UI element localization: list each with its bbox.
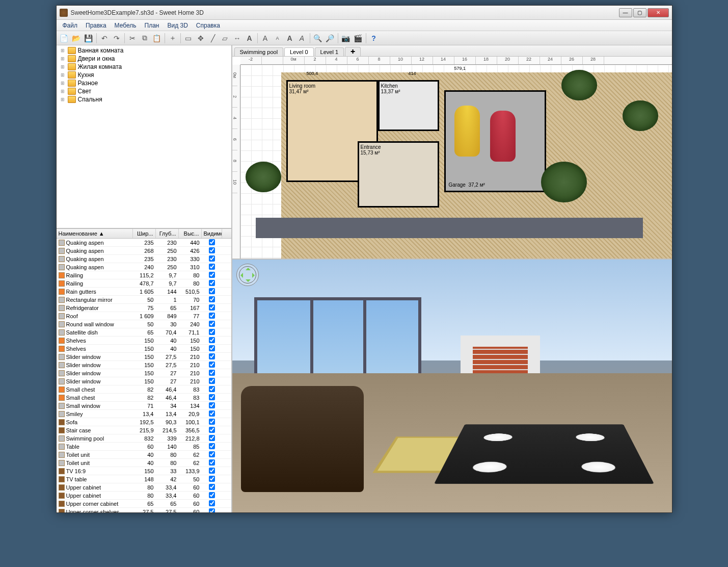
open-file-icon[interactable]: 📂 bbox=[71, 33, 82, 44]
furniture-row[interactable]: Table6014085 bbox=[57, 443, 231, 451]
expander-icon[interactable]: ⊞ bbox=[60, 64, 66, 69]
furniture-visible[interactable] bbox=[202, 272, 222, 279]
nav-3d-widget[interactable] bbox=[236, 264, 259, 286]
visible-checkbox[interactable] bbox=[209, 337, 215, 343]
furniture-row[interactable]: Quaking aspen240250310 bbox=[57, 263, 231, 271]
cut-icon[interactable]: ✂ bbox=[127, 33, 138, 44]
photo-icon[interactable]: 📷 bbox=[340, 33, 352, 44]
select-tool-icon[interactable]: ▭ bbox=[183, 33, 194, 44]
italic-icon[interactable]: A bbox=[296, 33, 308, 44]
video-icon[interactable]: 🎬 bbox=[353, 33, 364, 44]
visible-checkbox[interactable] bbox=[209, 402, 215, 408]
furniture-row[interactable]: Shelves15040150 bbox=[57, 337, 231, 345]
furniture-visible[interactable] bbox=[202, 313, 222, 320]
visible-checkbox[interactable] bbox=[209, 500, 215, 506]
furniture-row[interactable]: Rain gutters1 605144510,5 bbox=[57, 288, 231, 296]
col-header-width[interactable]: Шир... bbox=[133, 229, 156, 238]
furniture-visible[interactable] bbox=[202, 394, 222, 401]
zoom-out-icon[interactable]: 🔍 bbox=[312, 33, 323, 44]
col-header-name[interactable]: Наименование ▲ bbox=[57, 229, 133, 238]
visible-checkbox[interactable] bbox=[209, 239, 215, 245]
furniture-visible[interactable] bbox=[202, 304, 222, 312]
furniture-row[interactable]: Smiley13,413,420,9 bbox=[57, 410, 231, 418]
furniture-row[interactable]: Shelves15040150 bbox=[57, 345, 231, 353]
furniture-visible[interactable] bbox=[202, 476, 222, 483]
visible-checkbox[interactable] bbox=[209, 476, 215, 482]
titlebar[interactable]: SweetHome3DExample7.sh3d - Sweet Home 3D… bbox=[57, 6, 672, 20]
furniture-visible[interactable] bbox=[202, 402, 222, 409]
furniture-row[interactable]: Toilet unit408062 bbox=[57, 451, 231, 459]
furniture-row[interactable]: Upper corner shelves27,527,560 bbox=[57, 508, 231, 512]
visible-checkbox[interactable] bbox=[209, 427, 215, 433]
paste-icon[interactable]: 📋 bbox=[151, 33, 163, 44]
expander-icon[interactable]: ⊞ bbox=[60, 97, 66, 102]
bush-icon[interactable] bbox=[246, 162, 281, 192]
furniture-row[interactable]: Rectangular mirror50170 bbox=[57, 296, 231, 304]
furniture-row[interactable]: Stair case215,9214,5356,5 bbox=[57, 426, 231, 434]
menu-edit[interactable]: Правка bbox=[82, 21, 111, 30]
furniture-visible[interactable] bbox=[202, 419, 222, 426]
plan-grid[interactable]: Living room 31,47 м² Kitchen 13,37 м² En… bbox=[240, 65, 672, 259]
visible-checkbox[interactable] bbox=[209, 378, 215, 384]
furniture-row[interactable]: Roof1 60984977 bbox=[57, 312, 231, 320]
furniture-visible[interactable] bbox=[202, 443, 222, 450]
copy-icon[interactable]: ⧉ bbox=[139, 33, 150, 44]
visible-checkbox[interactable] bbox=[209, 313, 215, 319]
car-yellow[interactable] bbox=[454, 106, 480, 157]
furniture-visible[interactable] bbox=[202, 353, 222, 360]
furniture-list[interactable]: Наименование ▲ Шир... Глуб... Выс... Вид… bbox=[57, 229, 231, 512]
visible-checkbox[interactable] bbox=[209, 370, 215, 376]
visible-checkbox[interactable] bbox=[209, 508, 215, 513]
wall-tool-icon[interactable]: ╱ bbox=[207, 33, 219, 44]
furniture-row[interactable]: Toilet unit408062 bbox=[57, 459, 231, 467]
visible-checkbox[interactable] bbox=[209, 443, 215, 449]
room-tool-icon[interactable]: ▱ bbox=[220, 33, 231, 44]
furniture-visible[interactable] bbox=[202, 329, 222, 336]
help-icon[interactable]: ? bbox=[368, 33, 380, 44]
expander-icon[interactable]: ⊞ bbox=[60, 81, 66, 86]
furniture-row[interactable]: Quaking aspen235230330 bbox=[57, 255, 231, 263]
furniture-row[interactable]: Railing478,79,780 bbox=[57, 279, 231, 288]
visible-checkbox[interactable] bbox=[209, 386, 215, 392]
visible-checkbox[interactable] bbox=[209, 362, 215, 368]
col-header-height[interactable]: Выс... bbox=[179, 229, 202, 238]
furniture-row[interactable]: Sofa192,590,3100,1 bbox=[57, 418, 231, 426]
visible-checkbox[interactable] bbox=[209, 451, 215, 457]
furniture-row[interactable]: Railing115,29,780 bbox=[57, 271, 231, 279]
furniture-list-header[interactable]: Наименование ▲ Шир... Глуб... Выс... Вид… bbox=[57, 229, 231, 239]
furniture-visible[interactable] bbox=[202, 484, 222, 491]
room-entrance[interactable]: Entrance 15,73 м² bbox=[358, 141, 439, 208]
tree-item[interactable]: ⊞Жилая комната bbox=[58, 63, 230, 71]
visible-checkbox[interactable] bbox=[209, 353, 215, 359]
tree-item[interactable]: ⊞Ванная комната bbox=[58, 46, 230, 55]
col-header-depth[interactable]: Глуб... bbox=[156, 229, 179, 238]
undo-icon[interactable]: ↶ bbox=[99, 33, 110, 44]
tree-item[interactable]: ⊞Спальня bbox=[58, 95, 230, 104]
furniture-row[interactable]: Slider window15027210 bbox=[57, 369, 231, 377]
visible-checkbox[interactable] bbox=[209, 280, 215, 286]
tree-item[interactable]: ⊞Свет bbox=[58, 87, 230, 95]
new-file-icon[interactable]: 📄 bbox=[59, 33, 70, 44]
visible-checkbox[interactable] bbox=[209, 468, 215, 474]
nav-left-icon[interactable] bbox=[238, 273, 243, 278]
nav-up-icon[interactable] bbox=[246, 265, 251, 270]
furniture-visible[interactable] bbox=[202, 492, 222, 499]
visible-checkbox[interactable] bbox=[209, 304, 215, 311]
bush-icon[interactable] bbox=[541, 162, 587, 202]
furniture-row[interactable]: Small chest8246,483 bbox=[57, 394, 231, 402]
furniture-visible[interactable] bbox=[202, 500, 222, 507]
furniture-visible[interactable] bbox=[202, 264, 222, 271]
furniture-row[interactable]: Satellite dish6570,471,1 bbox=[57, 328, 231, 337]
furniture-visible[interactable] bbox=[202, 459, 222, 467]
furniture-visible[interactable] bbox=[202, 337, 222, 344]
plan-tab[interactable]: Level 1 bbox=[315, 47, 344, 56]
furniture-visible[interactable] bbox=[202, 362, 222, 369]
furniture-row[interactable]: Round wall window5030240 bbox=[57, 320, 231, 328]
tree-item[interactable]: ⊞Разное bbox=[58, 79, 230, 87]
add-level-tab[interactable]: ✚ bbox=[345, 47, 361, 56]
visible-checkbox[interactable] bbox=[209, 272, 215, 278]
furniture-visible[interactable] bbox=[202, 239, 222, 246]
bush-icon[interactable] bbox=[561, 70, 597, 100]
save-icon[interactable]: 💾 bbox=[83, 33, 94, 44]
furniture-row[interactable]: Small chest8246,483 bbox=[57, 385, 231, 394]
